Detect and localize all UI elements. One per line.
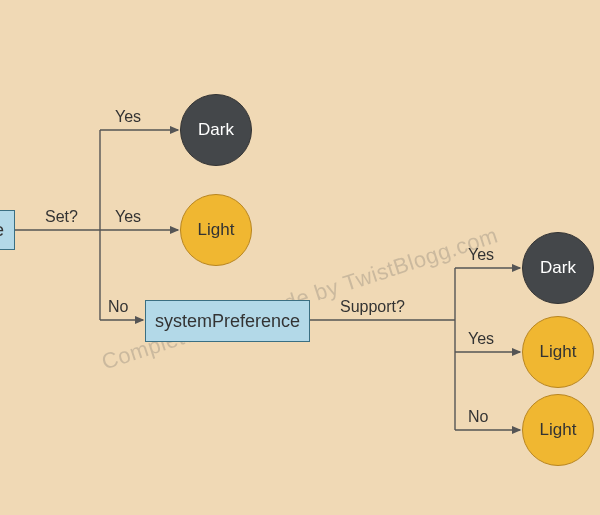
dark-node-2: Dark <box>522 232 594 304</box>
support-no-label: No <box>468 408 488 426</box>
set-question-label: Set? <box>45 208 78 226</box>
set-no-label: No <box>108 298 128 316</box>
light-node-2-label: Light <box>540 342 577 362</box>
light-node-2: Light <box>522 316 594 388</box>
system-preference-label: systemPreference <box>155 311 300 332</box>
support-yes1-label: Yes <box>468 246 494 264</box>
set-yes2-label: Yes <box>115 208 141 226</box>
storage-node: e <box>0 210 15 250</box>
dark-node-1-label: Dark <box>198 120 234 140</box>
light-node-1: Light <box>180 194 252 266</box>
storage-label: e <box>0 220 4 241</box>
watermark-text: Complete Dark mode by TwistBlogg.com <box>99 222 502 375</box>
light-node-3-label: Light <box>540 420 577 440</box>
dark-node-1: Dark <box>180 94 252 166</box>
set-yes1-label: Yes <box>115 108 141 126</box>
support-question-label: Support? <box>340 298 405 316</box>
system-preference-node: systemPreference <box>145 300 310 342</box>
light-node-3: Light <box>522 394 594 466</box>
light-node-1-label: Light <box>198 220 235 240</box>
connectors <box>0 0 600 515</box>
support-yes2-label: Yes <box>468 330 494 348</box>
dark-node-2-label: Dark <box>540 258 576 278</box>
